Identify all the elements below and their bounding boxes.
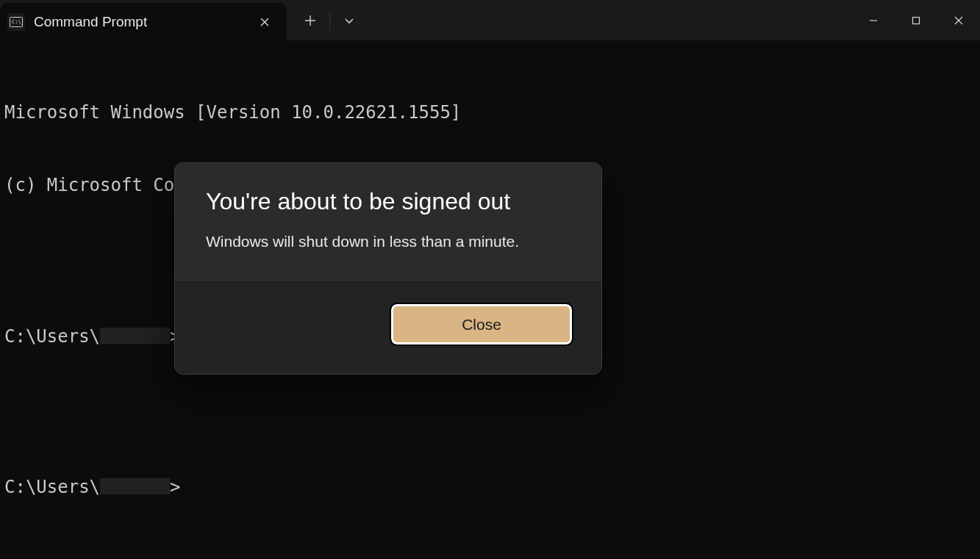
- tab-title: Command Prompt: [34, 14, 246, 30]
- window-controls: [852, 0, 980, 40]
- redacted-username: [100, 328, 170, 344]
- tab-dropdown-button[interactable]: [332, 6, 367, 35]
- tab-actions: [287, 0, 367, 40]
- prompt-path-prefix: C:\Users\: [4, 477, 100, 497]
- version-line: Microsoft Windows [Version 10.0.22621.15…: [4, 101, 976, 125]
- dialog-title: You're about to be signed out: [206, 188, 571, 215]
- maximize-button[interactable]: [895, 6, 937, 35]
- title-bar: C:\_ Command Prompt: [0, 0, 980, 40]
- dialog-body: You're about to be signed out Windows wi…: [175, 163, 601, 280]
- separator: [329, 11, 330, 30]
- new-tab-button[interactable]: [293, 6, 328, 35]
- close-button-label: Close: [462, 316, 501, 333]
- svg-text:C:\_: C:\_: [12, 19, 23, 25]
- window-close-button[interactable]: [937, 6, 980, 35]
- close-button[interactable]: Close: [391, 304, 572, 345]
- prompt-suffix: >: [170, 477, 180, 497]
- blank-line: [4, 403, 976, 427]
- prompt-path-prefix: C:\Users\: [4, 326, 100, 347]
- prompt-line-2: C:\Users\>: [4, 475, 976, 500]
- signout-dialog: You're about to be signed out Windows wi…: [174, 162, 602, 375]
- tab-close-button[interactable]: [254, 12, 275, 32]
- title-bar-drag-area[interactable]: [367, 0, 852, 40]
- terminal-icon: C:\_: [7, 13, 25, 31]
- dialog-message: Windows will shut down in less than a mi…: [206, 233, 571, 250]
- tab-command-prompt[interactable]: C:\_ Command Prompt: [0, 3, 287, 40]
- svg-rect-2: [913, 17, 920, 24]
- redacted-username: [100, 478, 170, 494]
- dialog-footer: Close: [175, 280, 601, 374]
- minimize-button[interactable]: [852, 6, 895, 35]
